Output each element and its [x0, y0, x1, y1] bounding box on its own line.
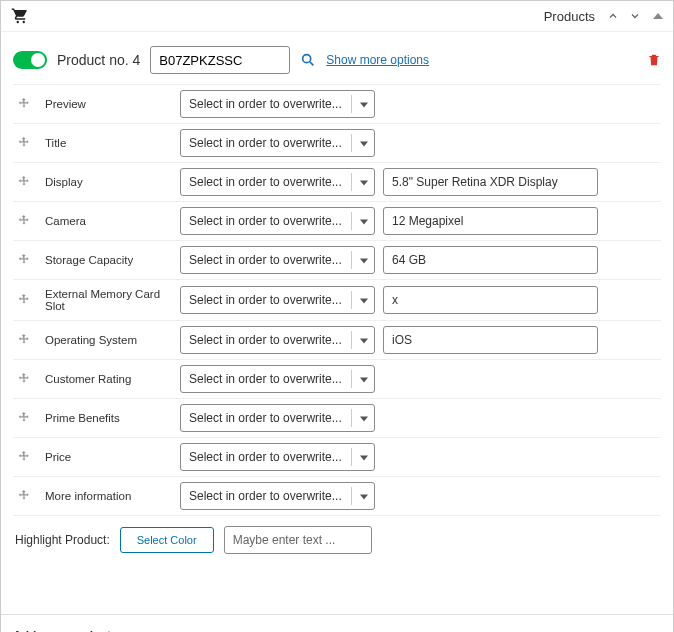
drag-handle-icon[interactable]: [13, 124, 41, 163]
drag-handle-icon[interactable]: [13, 202, 41, 241]
asin-input[interactable]: [150, 46, 290, 74]
field-row: TitleSelect in order to overwrite...: [13, 124, 661, 163]
field-row: External Memory Card SlotSelect in order…: [13, 280, 661, 321]
overwrite-select-text: Select in order to overwrite...: [181, 136, 374, 150]
panel: Products Product no. 4 Show more options: [0, 0, 674, 632]
field-row: Operating SystemSelect in order to overw…: [13, 321, 661, 360]
field-label: Customer Rating: [41, 360, 176, 399]
field-row: DisplaySelect in order to overwrite...: [13, 163, 661, 202]
overwrite-select[interactable]: Select in order to overwrite...: [180, 129, 375, 157]
svg-point-2: [303, 55, 311, 63]
drag-handle-icon[interactable]: [13, 438, 41, 477]
field-row: Storage CapacitySelect in order to overw…: [13, 241, 661, 280]
product-number-label: Product no. 4: [57, 52, 140, 68]
overwrite-select[interactable]: Select in order to overwrite...: [180, 326, 375, 354]
drag-handle-icon[interactable]: [13, 241, 41, 280]
drag-handle-icon[interactable]: [13, 321, 41, 360]
field-value-input[interactable]: [383, 168, 598, 196]
overwrite-select[interactable]: Select in order to overwrite...: [180, 168, 375, 196]
move-up-icon[interactable]: [605, 8, 621, 24]
field-value-input[interactable]: [383, 207, 598, 235]
overwrite-select-text: Select in order to overwrite...: [181, 293, 374, 307]
overwrite-select-text: Select in order to overwrite...: [181, 411, 374, 425]
field-value-input[interactable]: [383, 246, 598, 274]
svg-point-1: [23, 21, 25, 23]
overwrite-select-text: Select in order to overwrite...: [181, 333, 374, 347]
field-row: PreviewSelect in order to overwrite...: [13, 85, 661, 124]
svg-point-0: [17, 21, 19, 23]
highlight-text-input[interactable]: [224, 526, 372, 554]
field-label: Price: [41, 438, 176, 477]
field-label: Camera: [41, 202, 176, 241]
field-label: Display: [41, 163, 176, 202]
field-label: Preview: [41, 85, 176, 124]
overwrite-select-text: Select in order to overwrite...: [181, 97, 374, 111]
overwrite-select-text: Select in order to overwrite...: [181, 175, 374, 189]
overwrite-select[interactable]: Select in order to overwrite...: [180, 246, 375, 274]
field-row: Customer RatingSelect in order to overwr…: [13, 360, 661, 399]
collapse-icon[interactable]: [653, 13, 663, 19]
field-label: Title: [41, 124, 176, 163]
drag-handle-icon[interactable]: [13, 399, 41, 438]
overwrite-select[interactable]: Select in order to overwrite...: [180, 207, 375, 235]
fields-table: PreviewSelect in order to overwrite...Ti…: [13, 84, 661, 516]
product-top-row: Product no. 4 Show more options: [13, 42, 661, 84]
field-value-input[interactable]: [383, 326, 598, 354]
delete-icon[interactable]: [647, 53, 661, 67]
overwrite-select-text: Select in order to overwrite...: [181, 372, 374, 386]
field-label: Prime Benefits: [41, 399, 176, 438]
overwrite-select-text: Select in order to overwrite...: [181, 214, 374, 228]
highlight-label: Highlight Product:: [15, 533, 110, 547]
product-block: Product no. 4 Show more options PreviewS…: [1, 32, 673, 584]
overwrite-select-text: Select in order to overwrite...: [181, 489, 374, 503]
highlight-row: Highlight Product: Select Color: [13, 516, 661, 564]
search-icon[interactable]: [300, 52, 316, 68]
drag-handle-icon[interactable]: [13, 280, 41, 321]
move-down-icon[interactable]: [627, 8, 643, 24]
overwrite-select[interactable]: Select in order to overwrite...: [180, 90, 375, 118]
field-label: External Memory Card Slot: [41, 280, 176, 321]
field-label: More information: [41, 477, 176, 516]
overwrite-select[interactable]: Select in order to overwrite...: [180, 286, 375, 314]
field-row: Prime BenefitsSelect in order to overwri…: [13, 399, 661, 438]
add-section: Add new products Add product by ASIN or …: [1, 614, 673, 632]
field-row: CameraSelect in order to overwrite...: [13, 202, 661, 241]
cart-icon: [11, 7, 29, 25]
show-more-link[interactable]: Show more options: [326, 53, 429, 67]
overwrite-select[interactable]: Select in order to overwrite...: [180, 482, 375, 510]
drag-handle-icon[interactable]: [13, 477, 41, 516]
panel-title: Products: [544, 9, 595, 24]
panel-header: Products: [1, 1, 673, 32]
field-row: More informationSelect in order to overw…: [13, 477, 661, 516]
overwrite-select-text: Select in order to overwrite...: [181, 450, 374, 464]
overwrite-select-text: Select in order to overwrite...: [181, 253, 374, 267]
drag-handle-icon[interactable]: [13, 163, 41, 202]
field-row: PriceSelect in order to overwrite...: [13, 438, 661, 477]
overwrite-select[interactable]: Select in order to overwrite...: [180, 365, 375, 393]
select-color-button[interactable]: Select Color: [120, 527, 214, 553]
overwrite-select[interactable]: Select in order to overwrite...: [180, 443, 375, 471]
overwrite-select[interactable]: Select in order to overwrite...: [180, 404, 375, 432]
field-label: Storage Capacity: [41, 241, 176, 280]
field-value-input[interactable]: [383, 286, 598, 314]
enable-toggle[interactable]: [13, 51, 47, 69]
drag-handle-icon[interactable]: [13, 360, 41, 399]
drag-handle-icon[interactable]: [13, 85, 41, 124]
field-label: Operating System: [41, 321, 176, 360]
